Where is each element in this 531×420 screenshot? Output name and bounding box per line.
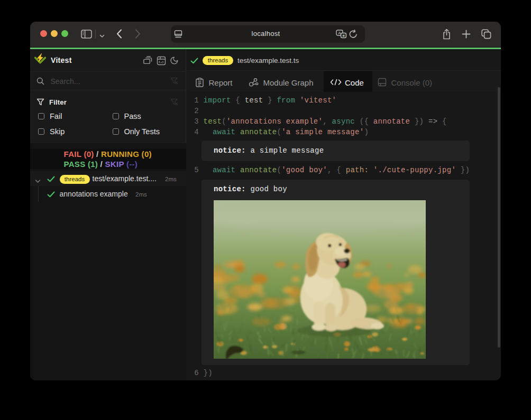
svg-text:★: ★	[342, 33, 345, 38]
